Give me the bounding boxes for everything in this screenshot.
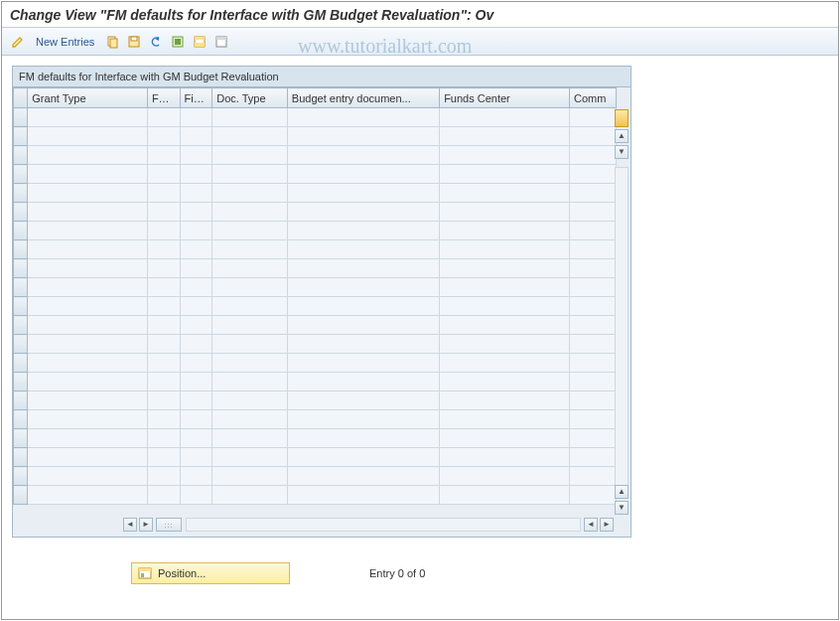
cell[interactable] — [440, 146, 570, 165]
cell[interactable] — [28, 222, 148, 240]
table-row[interactable] — [14, 259, 617, 278]
cell[interactable] — [212, 467, 288, 486]
cell[interactable] — [569, 108, 616, 127]
cell[interactable] — [28, 373, 148, 391]
cell[interactable] — [147, 203, 180, 222]
cell[interactable] — [212, 410, 288, 429]
cell[interactable] — [212, 335, 288, 354]
row-selector[interactable] — [14, 486, 28, 505]
cell[interactable] — [180, 429, 212, 448]
position-button[interactable]: Position... — [131, 562, 290, 584]
new-entries-button[interactable]: New Entries — [30, 34, 100, 50]
cell[interactable] — [287, 410, 439, 429]
cell[interactable] — [287, 316, 439, 335]
row-selector[interactable] — [14, 146, 28, 165]
scroll-bottom-icon[interactable]: ▼ — [615, 501, 629, 515]
cell[interactable] — [569, 316, 616, 335]
cell[interactable] — [180, 391, 212, 410]
col-fis[interactable]: Fis... — [180, 88, 212, 108]
cell[interactable] — [287, 297, 439, 316]
cell[interactable] — [287, 335, 439, 354]
row-selector[interactable] — [14, 391, 28, 410]
cell[interactable] — [180, 335, 212, 354]
row-selector[interactable] — [14, 429, 28, 448]
col-fm[interactable]: FM... — [147, 88, 180, 108]
cell[interactable] — [212, 391, 288, 410]
cell[interactable] — [569, 354, 616, 373]
col-budget-entry[interactable]: Budget entry documen... — [287, 88, 439, 108]
cell[interactable] — [212, 297, 288, 316]
cell[interactable] — [28, 448, 148, 467]
table-row[interactable] — [14, 467, 617, 486]
row-selector[interactable] — [14, 127, 28, 146]
row-selector[interactable] — [14, 448, 28, 467]
table-row[interactable] — [14, 108, 617, 127]
cell[interactable] — [147, 146, 180, 165]
cell[interactable] — [569, 448, 616, 467]
cell[interactable] — [147, 278, 180, 297]
col-funds-center[interactable]: Funds Center — [440, 88, 570, 108]
cell[interactable] — [180, 486, 212, 505]
cell[interactable] — [180, 184, 212, 203]
cell[interactable] — [569, 429, 616, 448]
cell[interactable] — [287, 391, 439, 410]
cell[interactable] — [440, 486, 570, 505]
cell[interactable] — [569, 278, 616, 297]
cell[interactable] — [440, 165, 570, 184]
cell[interactable] — [180, 316, 212, 335]
row-selector[interactable] — [14, 297, 28, 316]
cell[interactable] — [440, 278, 570, 297]
scroll-leftmost-icon[interactable]: ◄ — [123, 518, 137, 532]
cell[interactable] — [180, 165, 212, 184]
row-selector[interactable] — [14, 240, 28, 259]
cell[interactable] — [180, 354, 212, 373]
cell[interactable] — [28, 486, 148, 505]
cell[interactable] — [287, 146, 439, 165]
cell[interactable] — [569, 203, 616, 222]
table-row[interactable] — [14, 203, 617, 222]
cell[interactable] — [440, 316, 570, 335]
cell[interactable] — [28, 259, 148, 278]
row-selector[interactable] — [14, 222, 28, 240]
cell[interactable] — [147, 108, 180, 127]
cell[interactable] — [180, 240, 212, 259]
select-all-corner[interactable] — [14, 88, 28, 108]
cell[interactable] — [147, 165, 180, 184]
table-settings-icon[interactable] — [615, 109, 629, 127]
cell[interactable] — [287, 203, 439, 222]
row-selector[interactable] — [14, 184, 28, 203]
cell[interactable] — [440, 108, 570, 127]
cell[interactable] — [569, 146, 616, 165]
select-block-icon[interactable] — [190, 32, 210, 52]
cell[interactable] — [212, 146, 288, 165]
cell[interactable] — [212, 486, 288, 505]
cell[interactable] — [440, 259, 570, 278]
cell[interactable] — [212, 448, 288, 467]
cell[interactable] — [28, 184, 148, 203]
deselect-all-icon[interactable] — [211, 32, 231, 52]
cell[interactable] — [569, 127, 616, 146]
table-row[interactable] — [14, 354, 617, 373]
cell[interactable] — [28, 165, 148, 184]
cell[interactable] — [147, 448, 180, 467]
cell[interactable] — [569, 335, 616, 354]
cell[interactable] — [28, 297, 148, 316]
scroll-right-icon[interactable]: ◄ — [584, 518, 598, 532]
cell[interactable] — [212, 222, 288, 240]
row-selector[interactable] — [14, 467, 28, 486]
cell[interactable] — [28, 429, 148, 448]
cell[interactable] — [287, 222, 439, 240]
cell[interactable] — [180, 108, 212, 127]
cell[interactable] — [287, 127, 439, 146]
cell[interactable] — [440, 297, 570, 316]
cell[interactable] — [569, 467, 616, 486]
cell[interactable] — [440, 391, 570, 410]
cell[interactable] — [440, 335, 570, 354]
cell[interactable] — [212, 259, 288, 278]
scroll-up-icon[interactable]: ▼ — [615, 145, 629, 159]
cell[interactable] — [569, 410, 616, 429]
cell[interactable] — [147, 391, 180, 410]
scroll-down-icon[interactable]: ▲ — [615, 485, 629, 499]
cell[interactable] — [212, 354, 288, 373]
cell[interactable] — [569, 165, 616, 184]
